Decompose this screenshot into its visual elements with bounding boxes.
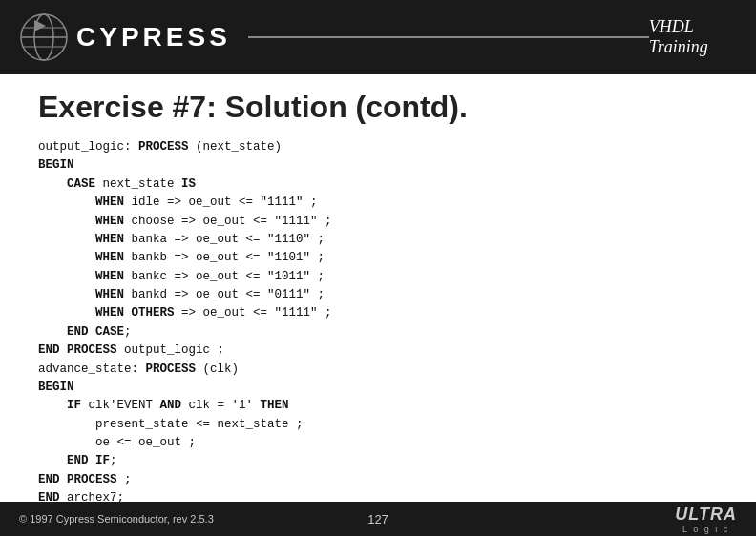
footer-page-number: 127 xyxy=(368,512,388,526)
ultra-brand-sub: L o g i c xyxy=(675,525,737,534)
svg-marker-5 xyxy=(34,20,46,31)
header-logo: CYPRESS xyxy=(19,12,649,62)
header: CYPRESS VHDL Training xyxy=(0,0,756,74)
logo-text: CYPRESS xyxy=(76,22,231,52)
header-separator xyxy=(248,36,649,38)
code-block: output_logic: PROCESS (next_state)BEGIN … xyxy=(38,138,718,508)
footer-copyright: © 1997 Cypress Semiconductor, rev 2.5.3 xyxy=(19,513,214,525)
header-title: VHDL Training xyxy=(649,17,737,57)
footer: © 1997 Cypress Semiconductor, rev 2.5.3 … xyxy=(0,502,756,536)
footer-brand: ULTRA L o g i c xyxy=(675,505,737,534)
cypress-logo-icon xyxy=(19,12,69,62)
slide-title: Exercise #7: Solution (contd). xyxy=(38,90,718,125)
ultra-brand-text: ULTRA xyxy=(675,505,737,525)
slide-content: Exercise #7: Solution (contd). output_lo… xyxy=(0,74,756,518)
